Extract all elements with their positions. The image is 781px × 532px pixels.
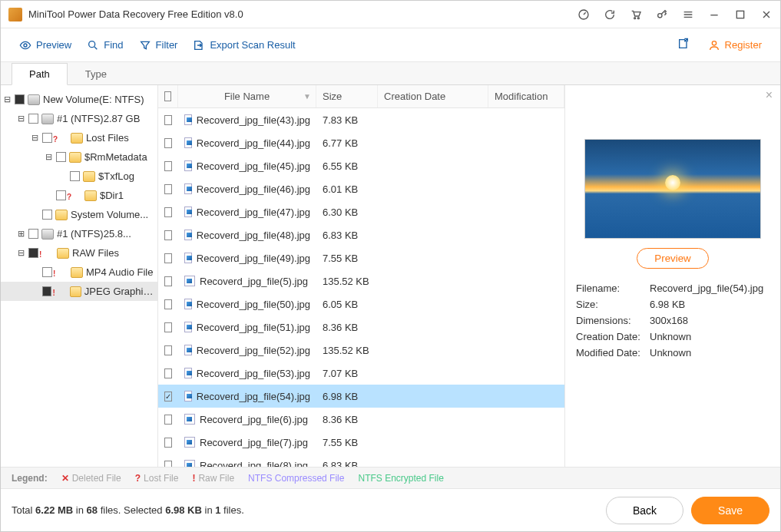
close-preview-icon[interactable]: × <box>766 88 773 102</box>
tree-sysvolume[interactable]: System Volume... <box>1 205 157 224</box>
tree-partition-2[interactable]: ⊞#1 (NTFS)25.8... <box>1 224 157 243</box>
table-row[interactable]: Recoverd_jpg_file(51).jpg8.36 KB <box>158 316 564 339</box>
table-row[interactable]: ✓Recoverd_jpg_file(54).jpg6.98 KB <box>158 385 564 408</box>
find-button[interactable]: Find <box>79 35 131 56</box>
tree-raw-files[interactable]: ⊟RAW Files <box>1 243 157 263</box>
speed-icon[interactable] <box>577 8 590 21</box>
file-rows[interactable]: Recoverd_jpg_file(43).jpg7.83 KBRecoverd… <box>158 108 564 467</box>
file-icon <box>184 160 192 171</box>
maximize-button[interactable] <box>734 8 746 21</box>
preview-label: Preview <box>36 39 71 51</box>
checkbox[interactable] <box>70 171 80 181</box>
tree-dir1[interactable]: $Dir1 <box>1 186 157 205</box>
preview-button[interactable]: Preview <box>12 35 79 56</box>
tree-jpeg[interactable]: JPEG Graphics... <box>1 282 157 301</box>
table-row[interactable]: Recoverd_jpg_file(48).jpg6.83 KB <box>158 223 564 246</box>
checkbox[interactable] <box>28 248 38 258</box>
row-checkbox[interactable] <box>164 138 172 148</box>
row-checkbox[interactable] <box>164 184 172 194</box>
table-row[interactable]: Recoverd_jpg_file(45).jpg6.55 KB <box>158 154 564 177</box>
checkbox[interactable] <box>15 94 25 104</box>
row-checkbox[interactable] <box>164 230 172 240</box>
table-row[interactable]: Recoverd_jpg_file(47).jpg6.30 KB <box>158 200 564 223</box>
row-checkbox[interactable] <box>164 322 172 332</box>
tree-root[interactable]: ⊟New Volume(E: NTFS) <box>1 90 157 109</box>
checkbox[interactable] <box>28 229 38 239</box>
share-icon[interactable] <box>677 38 690 52</box>
checkbox[interactable] <box>42 267 52 277</box>
file-name: Recoverd_jpg_file(51).jpg <box>197 322 310 333</box>
legend-deleted: ✕Deleted File <box>61 473 121 484</box>
row-checkbox[interactable]: ✓ <box>164 392 172 401</box>
cart-icon[interactable] <box>630 8 642 21</box>
tab-path[interactable]: Path <box>12 63 68 85</box>
file-size: 6.83 KB <box>316 460 378 468</box>
row-checkbox[interactable] <box>164 299 172 309</box>
checkbox[interactable] <box>42 133 52 143</box>
file-name: Recoverd_jpg_file(48).jpg <box>197 230 310 241</box>
tab-type[interactable]: Type <box>68 63 124 85</box>
checkbox[interactable] <box>42 210 52 220</box>
table-row[interactable]: Recoverd_jpg_file(7).jpg7.55 KB <box>158 431 564 454</box>
minimize-button[interactable] <box>708 8 720 21</box>
column-headers: File Name▼ Size Creation Date Modificati… <box>158 85 564 108</box>
sort-desc-icon: ▼ <box>303 92 311 101</box>
file-icon <box>184 437 195 448</box>
file-size: 135.52 KB <box>316 276 378 287</box>
preview-image-button[interactable]: Preview <box>637 248 708 269</box>
row-checkbox[interactable] <box>164 461 172 468</box>
checkbox-all[interactable] <box>164 91 171 101</box>
filter-button[interactable]: Filter <box>131 35 186 56</box>
preview-panel: × Preview Filename:Recoverd_jpg_file(54)… <box>565 85 780 467</box>
checkbox[interactable] <box>42 286 51 296</box>
table-row[interactable]: Recoverd_jpg_file(43).jpg7.83 KB <box>158 108 564 131</box>
back-button[interactable]: Back <box>606 497 683 524</box>
register-button[interactable]: Register <box>700 35 769 56</box>
table-row[interactable]: Recoverd_jpg_file(8).jpg6.83 KB <box>158 454 564 467</box>
row-checkbox[interactable] <box>164 207 172 217</box>
row-checkbox[interactable] <box>164 115 172 125</box>
table-row[interactable]: Recoverd_jpg_file(46).jpg6.01 KB <box>158 177 564 200</box>
toolbar: Preview Find Filter Export Scan Result R… <box>1 28 780 62</box>
export-button[interactable]: Export Scan Result <box>185 35 303 56</box>
row-checkbox[interactable] <box>164 161 172 171</box>
checkbox[interactable] <box>28 114 38 124</box>
row-checkbox[interactable] <box>164 253 172 263</box>
table-row[interactable]: Recoverd_jpg_file(50).jpg6.05 KB <box>158 292 564 316</box>
col-modification[interactable]: Modification <box>488 85 564 107</box>
file-name: Recoverd_jpg_file(45).jpg <box>197 160 310 172</box>
close-button[interactable] <box>760 8 773 21</box>
table-row[interactable]: Recoverd_jpg_file(6).jpg8.36 KB <box>158 408 564 431</box>
file-icon <box>184 299 192 309</box>
save-button[interactable]: Save <box>691 497 769 524</box>
file-icon <box>184 137 192 148</box>
table-row[interactable]: Recoverd_jpg_file(52).jpg135.52 KB <box>158 339 564 362</box>
file-name: Recoverd_jpg_file(53).jpg <box>197 368 310 379</box>
col-creation-date[interactable]: Creation Date <box>378 85 488 107</box>
tree-mp4[interactable]: MP4 Audio File <box>1 263 157 282</box>
row-checkbox[interactable] <box>164 415 172 425</box>
tree-rmmetadata[interactable]: ⊟$RmMetadata <box>1 147 157 167</box>
checkbox[interactable] <box>56 190 66 200</box>
tree-txflog[interactable]: $TxfLog <box>1 167 157 186</box>
table-row[interactable]: Recoverd_jpg_file(53).jpg7.07 KB <box>158 362 564 385</box>
col-size[interactable]: Size <box>316 85 378 107</box>
table-row[interactable]: Recoverd_jpg_file(44).jpg6.77 KB <box>158 131 564 154</box>
file-icon <box>184 114 192 125</box>
col-filename[interactable]: File Name▼ <box>178 85 316 107</box>
file-size: 8.36 KB <box>316 322 378 333</box>
tree-lost-files[interactable]: ⊟Lost Files <box>1 128 157 147</box>
key-icon[interactable] <box>656 8 668 21</box>
row-checkbox[interactable] <box>164 276 172 286</box>
table-row[interactable]: Recoverd_jpg_file(49).jpg7.55 KB <box>158 246 564 269</box>
table-row[interactable]: Recoverd_jpg_file(5).jpg135.52 KB <box>158 269 564 292</box>
refresh-icon[interactable] <box>604 8 616 21</box>
title-bar: MiniTool Power Data Recovery Free Editio… <box>1 1 780 28</box>
row-checkbox[interactable] <box>164 345 172 355</box>
meta-cdate-value: Unknown <box>650 331 691 342</box>
row-checkbox[interactable] <box>164 438 172 448</box>
row-checkbox[interactable] <box>164 368 172 378</box>
tree-partition-1[interactable]: ⊟#1 (NTFS)2.87 GB <box>1 109 157 128</box>
checkbox[interactable] <box>56 152 66 162</box>
menu-icon[interactable] <box>682 8 694 21</box>
